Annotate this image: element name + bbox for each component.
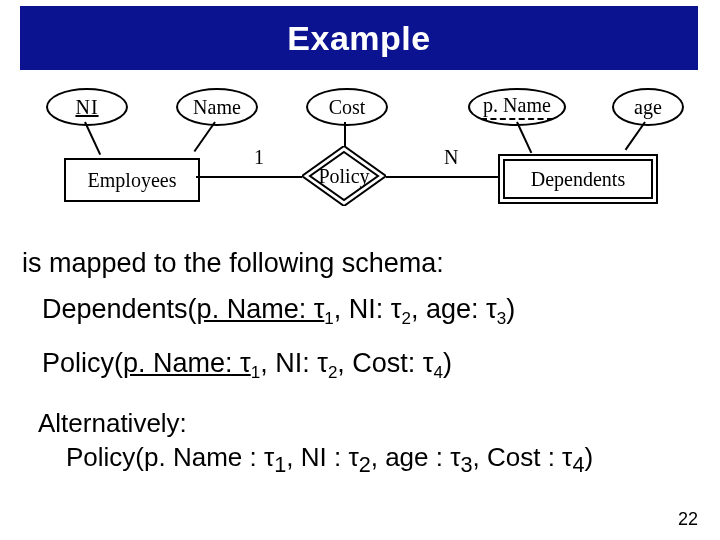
attr-cost: Cost — [306, 88, 388, 126]
entity-dependents-weak: Dependents — [498, 154, 658, 204]
relationship-policy: Policy — [302, 146, 386, 206]
schema-dependents: Dependents(p. Name: τ1, NI: τ2, age: τ3) — [42, 294, 515, 329]
er-diagram: NI Name Cost p. Name age Employees Depen… — [0, 82, 720, 222]
schema-policy: Policy(p. Name: τ1, NI: τ2, Cost: τ4) — [42, 348, 452, 383]
alt-policy: Policy(p. Name : τ1, NI : τ2, age : τ3, … — [66, 442, 593, 478]
attr-pname: p. Name — [468, 88, 566, 126]
slide-number: 22 — [678, 509, 698, 530]
title-bar: Example — [20, 6, 698, 70]
title-text: Example — [287, 19, 430, 58]
attr-name: Name — [176, 88, 258, 126]
entity-employees: Employees — [64, 158, 200, 202]
mapping-intro: is mapped to the following schema: — [22, 248, 702, 279]
card-1: 1 — [254, 146, 264, 169]
attr-ni: NI — [46, 88, 128, 126]
attr-age: age — [612, 88, 684, 126]
alt-label: Alternatively: — [38, 408, 187, 439]
card-n: N — [444, 146, 458, 169]
